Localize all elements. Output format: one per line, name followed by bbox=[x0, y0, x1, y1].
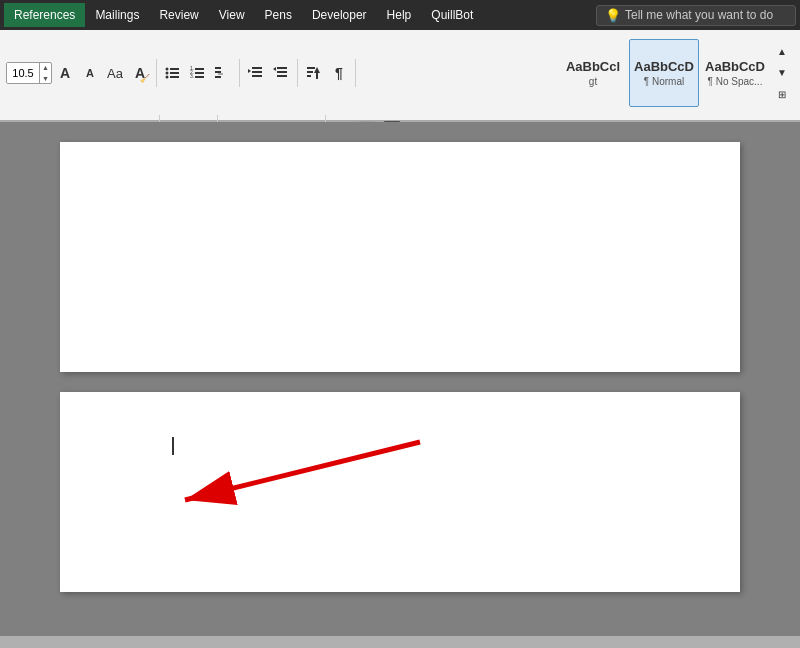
ribbon-row1: ▲ ▼ A A Aa A 🧹 1.2.3. bbox=[0, 30, 800, 114]
svg-rect-26 bbox=[307, 75, 311, 77]
svg-point-4 bbox=[165, 76, 168, 79]
styles-scroll: AaBbCcl gt AaBbCcD ¶ Normal AaBbCcD ¶ No… bbox=[558, 39, 770, 107]
svg-marker-19 bbox=[248, 69, 251, 73]
menu-view[interactable]: View bbox=[209, 3, 255, 27]
font-shrink-button[interactable]: A bbox=[78, 61, 102, 85]
tell-me-search[interactable]: 💡 Tell me what you want to do bbox=[596, 5, 796, 26]
menu-pens[interactable]: Pens bbox=[255, 3, 302, 27]
svg-rect-20 bbox=[277, 67, 287, 69]
menu-quillbot[interactable]: QuillBot bbox=[421, 3, 483, 27]
sort-button[interactable] bbox=[302, 61, 326, 85]
svg-rect-22 bbox=[277, 75, 287, 77]
multilevel-list-button[interactable] bbox=[211, 61, 235, 85]
decrease-indent-button[interactable] bbox=[244, 61, 268, 85]
svg-rect-21 bbox=[277, 71, 287, 73]
divider3 bbox=[297, 59, 298, 87]
style-label-normal: ¶ Normal bbox=[644, 76, 684, 87]
menu-review[interactable]: Review bbox=[149, 3, 208, 27]
menu-mailings[interactable]: Mailings bbox=[85, 3, 149, 27]
svg-rect-1 bbox=[170, 68, 179, 70]
svg-rect-12 bbox=[215, 67, 221, 69]
svg-rect-16 bbox=[252, 67, 262, 69]
text-cursor bbox=[172, 437, 174, 455]
divider4 bbox=[355, 59, 356, 87]
svg-rect-9 bbox=[195, 72, 204, 74]
style-card-gt[interactable]: AaBbCcl gt bbox=[558, 39, 628, 107]
svg-marker-23 bbox=[273, 67, 276, 71]
divider1 bbox=[156, 59, 157, 87]
document-area bbox=[0, 122, 800, 636]
bullets-button[interactable] bbox=[161, 61, 185, 85]
styles-more[interactable]: ⊞ bbox=[770, 84, 794, 105]
style-card-normal[interactable]: AaBbCcD ¶ Normal bbox=[629, 39, 699, 107]
font-size-input[interactable] bbox=[7, 63, 39, 83]
style-label-no-spacing: ¶ No Spac... bbox=[708, 76, 763, 87]
styles-area: AaBbCcl gt AaBbCcD ¶ Normal AaBbCcD ¶ No… bbox=[558, 33, 794, 113]
numbering-button[interactable]: 1.2.3. bbox=[186, 61, 210, 85]
svg-point-0 bbox=[165, 68, 168, 71]
menu-bar: References Mailings Review View Pens Dev… bbox=[0, 0, 800, 30]
page-2[interactable] bbox=[60, 392, 740, 592]
svg-rect-11 bbox=[195, 76, 204, 78]
svg-rect-13 bbox=[215, 71, 221, 73]
svg-rect-24 bbox=[307, 67, 315, 69]
page-1 bbox=[60, 142, 740, 372]
svg-rect-17 bbox=[252, 71, 262, 73]
svg-point-2 bbox=[165, 72, 168, 75]
styles-scroll-down[interactable]: ▼ bbox=[770, 62, 794, 83]
show-marks-button[interactable]: ¶ bbox=[327, 61, 351, 85]
style-card-no-spacing[interactable]: AaBbCcD ¶ No Spac... bbox=[700, 39, 770, 107]
menu-developer[interactable]: Developer bbox=[302, 3, 377, 27]
style-preview-normal: AaBbCcD bbox=[634, 59, 694, 75]
change-case-button[interactable]: Aa bbox=[103, 61, 127, 85]
divider2 bbox=[239, 59, 240, 87]
svg-line-52 bbox=[185, 442, 420, 500]
lightbulb-icon: 💡 bbox=[605, 8, 621, 23]
svg-rect-25 bbox=[307, 71, 313, 73]
svg-text:3.: 3. bbox=[190, 73, 194, 79]
font-size-control[interactable]: ▲ ▼ bbox=[6, 62, 52, 84]
font-grow-button[interactable]: A bbox=[53, 61, 77, 85]
style-preview-no-spacing: AaBbCcD bbox=[705, 59, 765, 75]
styles-scroll-up[interactable]: ▲ bbox=[770, 41, 794, 62]
style-preview-gt: AaBbCcl bbox=[566, 59, 620, 75]
menu-references[interactable]: References bbox=[4, 3, 85, 27]
ribbon: ▲ ▼ A A Aa A 🧹 1.2.3. bbox=[0, 30, 800, 122]
clear-format-button[interactable]: A 🧹 bbox=[128, 61, 152, 85]
font-size-up[interactable]: ▲ bbox=[40, 62, 51, 73]
style-label-gt: gt bbox=[589, 76, 597, 87]
svg-rect-3 bbox=[170, 72, 179, 74]
svg-rect-14 bbox=[218, 73, 223, 75]
svg-rect-7 bbox=[195, 68, 204, 70]
font-size-arrows: ▲ ▼ bbox=[39, 62, 51, 84]
increase-indent-button[interactable] bbox=[269, 61, 293, 85]
tell-me-label: Tell me what you want to do bbox=[625, 8, 773, 22]
svg-rect-5 bbox=[170, 76, 179, 78]
annotation-arrow bbox=[60, 392, 740, 592]
menu-help[interactable]: Help bbox=[377, 3, 422, 27]
svg-rect-15 bbox=[215, 76, 221, 78]
svg-rect-18 bbox=[252, 75, 262, 77]
font-size-down[interactable]: ▼ bbox=[40, 73, 51, 84]
